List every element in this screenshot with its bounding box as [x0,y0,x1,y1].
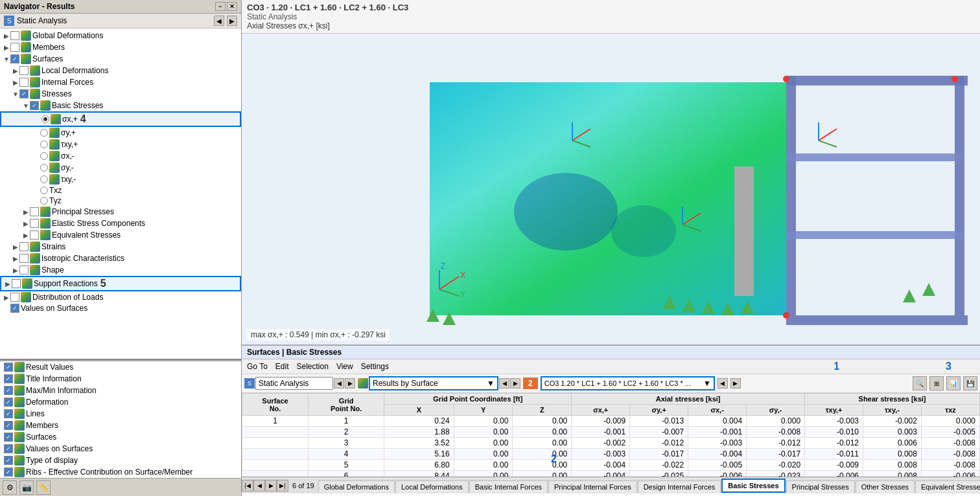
radio-sigma-x-minus[interactable] [40,152,48,160]
list-item-ribs[interactable]: ✓ Ribs - Effective Contribution on Surfa… [0,466,241,478]
tree-item-txz[interactable]: Txz [0,185,241,196]
sa-prev-btn[interactable]: ◀ [334,378,344,389]
bottom-tab-other-stresses[interactable]: Other Stresses [856,480,915,493]
radio-tyz[interactable] [40,197,48,205]
cb-result-values[interactable]: ✓ [4,363,13,372]
next-button[interactable]: ▶ [227,16,237,26]
list-item-deformation[interactable]: ✓ Deformation [0,396,241,408]
results-toolbar[interactable]: Go To Edit Selection View Settings 1 3 [242,359,980,374]
checkbox-values-surfaces[interactable]: ✓ [10,304,19,313]
rbs-next-btn[interactable]: ▶ [510,378,520,389]
menu-goto[interactable]: Go To [244,361,270,372]
checkbox-internal-forces[interactable] [19,78,29,87]
list-item-type-display[interactable]: ✓ Type of display [0,455,241,466]
ruler-icon[interactable]: 📏 [36,480,51,495]
tree-item-local-def[interactable]: ▶ Local Deformations [0,65,241,76]
prev-button[interactable]: ◀ [214,16,224,26]
list-item-values-surf2[interactable]: ✓ Values on Surfaces [0,443,241,455]
static-analysis-combo[interactable]: Static Analysis [255,377,333,390]
co3-prev-btn[interactable]: ◀ [718,378,728,389]
tree-item-equivalent-stresses[interactable]: ▶ Equivalent Stresses [0,229,241,241]
next-page-btn[interactable]: ▶ [265,480,277,491]
tree-item-support-reactions[interactable]: ▶ Support Reactions 5 [0,276,241,291]
zoom-icon[interactable]: 🔍 [913,376,927,390]
bottom-tab-basic-stresses[interactable]: Basic Stresses [721,479,785,493]
export-icon[interactable]: 💾 [963,376,977,390]
tree-item-isotropic[interactable]: ▶ Isotropic Characteristics [0,253,241,264]
viewport-3d[interactable]: X Y Z [242,34,980,344]
checkbox-local-def[interactable] [19,66,29,75]
bottom-tab-design-internal-forces[interactable]: Design Internal Forces [638,480,721,493]
checkbox-equivalent[interactable] [30,231,39,240]
checkbox-basic-stresses[interactable]: ✓ [30,101,39,110]
tree-item-sigma-x-minus[interactable]: σx,- [0,150,241,162]
close-button[interactable]: ✕ [227,2,237,11]
checkbox-isotropic[interactable] [19,254,29,263]
radio-sigma-x-plus[interactable] [41,115,49,123]
tree-item-global-def[interactable]: ▶ Global Deformations [0,30,241,41]
tree-item-tyz[interactable]: Tyz [0,196,241,206]
co3-next-btn[interactable]: ▶ [730,378,741,389]
tree-item-values-surfaces[interactable]: ✓ Values on Surfaces [0,303,241,313]
checkbox-principal[interactable] [30,207,39,216]
menu-selection[interactable]: Selection [294,361,331,372]
prev-page-btn[interactable]: ◀ [253,480,265,491]
results-controls[interactable]: S Static Analysis ◀ ▶ Results by Surface… [242,374,980,393]
bottom-tab-principal-stresses[interactable]: Principal Stresses [786,480,855,493]
cb-deformation[interactable]: ✓ [4,398,13,407]
co3-combo[interactable]: CO3 1.20 * LC1 + 1.60 * LC2 + 1.60 * LC3… [541,376,715,390]
menu-view[interactable]: View [334,361,356,372]
bottom-tab-local-deformations[interactable]: Local Deformations [395,480,469,493]
sa-next-btn[interactable]: ▶ [345,378,355,389]
chart-icon[interactable]: 📊 [946,376,961,390]
radio-sigma-y-plus[interactable] [40,129,48,137]
tree-item-sigma-y-plus[interactable]: σy,+ [0,127,241,139]
tree-item-strains[interactable]: ▶ Strains [0,241,241,253]
last-page-btn[interactable]: ▶| [277,480,288,491]
cb-lines[interactable]: ✓ [4,409,13,418]
list-item-result-values[interactable]: ✓ Result Values [0,361,241,373]
radio-sigma-y-minus[interactable] [40,164,48,172]
tree-item-tau-xy-minus[interactable]: τxy,- [0,174,241,185]
static-analysis-bar[interactable]: S Static Analysis ◀ ▶ [0,14,241,28]
tree-item-principal-stresses[interactable]: ▶ Principal Stresses [0,206,241,218]
menu-settings[interactable]: Settings [358,361,391,372]
results-by-surface-combo[interactable]: Results by Surface ▼ [369,376,498,390]
bottom-tab-principal-internal-forces[interactable]: Principal Internal Forces [548,480,637,493]
cb-maxmin[interactable]: ✓ [4,386,13,395]
checkbox-strains[interactable] [19,242,29,251]
minimize-button[interactable]: − [215,2,226,11]
radio-tau-xy-minus[interactable] [40,175,48,183]
settings-icon[interactable]: ⚙ [3,480,17,495]
cb-values-surf2[interactable]: ✓ [4,444,13,453]
checkbox-elastic[interactable] [30,219,39,228]
cb-type-display[interactable]: ✓ [4,456,13,465]
checkbox-members[interactable] [10,43,19,52]
tree-item-members[interactable]: ▶ Members [0,41,241,53]
tree-item-distribution-loads[interactable]: ▶ Distribution of Loads [0,291,241,303]
checkbox-surfaces[interactable]: ✓ [10,54,19,63]
radio-txz[interactable] [40,186,48,194]
rbs-prev-btn[interactable]: ◀ [499,378,509,389]
tree-item-sigma-y-minus[interactable]: σy,- [0,162,241,174]
tree-item-shape[interactable]: ▶ Shape [0,264,241,276]
first-page-btn[interactable]: |◀ [242,480,253,491]
tree-item-tau-xy-plus[interactable]: τxy,+ [0,139,241,150]
cb-members2[interactable]: ✓ [4,421,13,430]
list-item-lines[interactable]: ✓ Lines [0,408,241,420]
list-item-surfaces2[interactable]: ✓ Surfaces [0,431,241,443]
checkbox-shape[interactable] [19,265,29,275]
tree-item-surfaces[interactable]: ▼ ✓ Surfaces [0,53,241,65]
menu-edit[interactable]: Edit [273,361,292,372]
cb-ribs[interactable]: ✓ [4,468,13,477]
radio-tau-xy-plus[interactable] [40,141,48,148]
checkbox-distribution-loads[interactable] [10,293,19,302]
bottom-tab-equivalent-stresses---von-mises[interactable]: Equivalent Stresses - von Mises [915,480,980,493]
list-item-title-info[interactable]: ✓ Title Information [0,373,241,385]
tree-item-stresses[interactable]: ▼ ✓ Stresses [0,88,241,100]
list-item-members2[interactable]: ✓ Members [0,420,241,431]
tree-item-elastic-stress[interactable]: ▶ Elastic Stress Components [0,218,241,229]
bottom-tab-basic-internal-forces[interactable]: Basic Internal Forces [469,480,548,493]
bottom-tab-global-deformations[interactable]: Global Deformations [318,480,395,493]
checkbox-stresses[interactable]: ✓ [19,89,29,98]
